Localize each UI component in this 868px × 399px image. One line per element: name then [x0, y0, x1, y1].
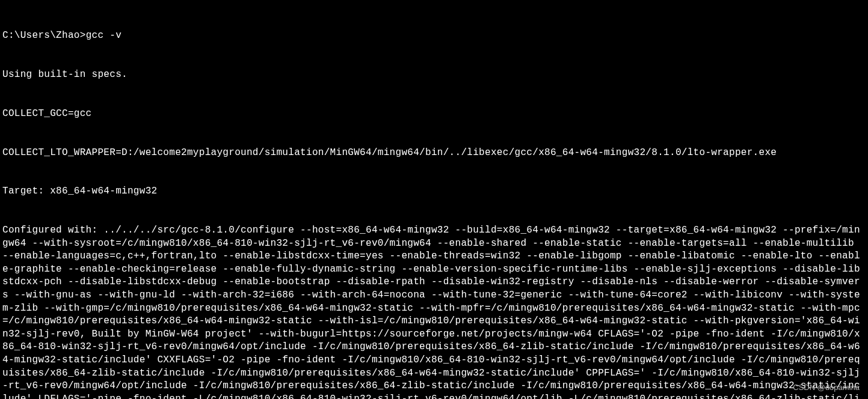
output-line: COLLECT_GCC=gcc: [2, 108, 866, 121]
command-line: C:\Users\Zhao>gcc -v: [2, 29, 866, 43]
output-line: COLLECT_LTO_WRAPPER=D:/welcome2myplaygro…: [2, 147, 866, 160]
command: gcc -v: [86, 30, 122, 41]
terminal-window[interactable]: C:\Users\Zhao>gcc -v Using built-in spec…: [2, 4, 866, 399]
prompt: C:\Users\Zhao>: [2, 30, 86, 41]
output-line: Target: x86_64-w64-mingw32: [2, 185, 866, 198]
output-line: Configured with: ../../../src/gcc-8.1.0/…: [2, 224, 866, 399]
watermark: CSDN @dopamina: [793, 382, 860, 393]
output-line: Using built-in specs.: [2, 69, 866, 82]
